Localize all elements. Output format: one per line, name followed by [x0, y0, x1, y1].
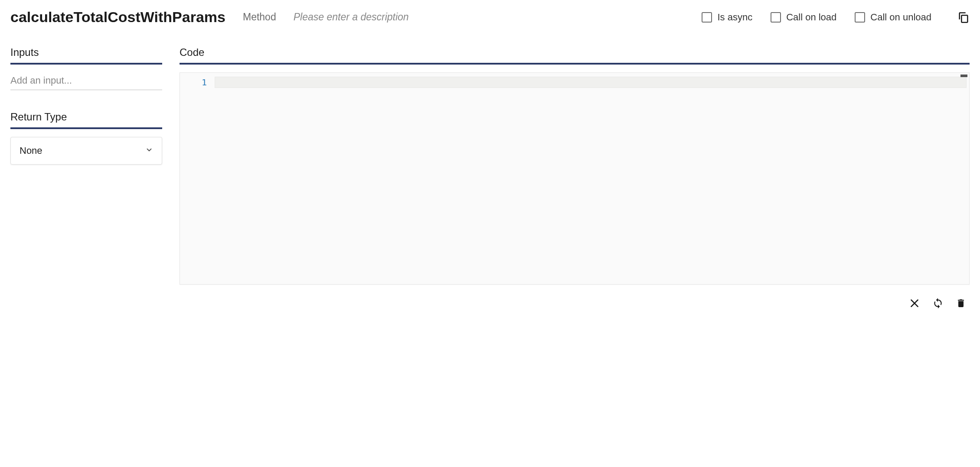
- copy-button[interactable]: [957, 11, 970, 23]
- method-name: calculateTotalCostWithParams: [10, 9, 225, 26]
- call-on-load-checkbox[interactable]: Call on load: [771, 12, 836, 23]
- minimap-indicator: [960, 75, 967, 77]
- return-type-select[interactable]: None: [10, 137, 162, 165]
- delete-button[interactable]: [956, 298, 966, 309]
- call-on-unload-label: Call on unload: [870, 12, 931, 23]
- close-icon: [909, 298, 920, 309]
- checkbox-box-icon: [702, 12, 712, 23]
- left-panel: Inputs Return Type None: [10, 46, 162, 309]
- checkbox-box-icon: [771, 12, 781, 23]
- main-layout: Inputs Return Type None Code 1: [10, 46, 970, 309]
- code-editor[interactable]: 1: [180, 72, 970, 285]
- code-area[interactable]: [215, 73, 969, 284]
- method-header: calculateTotalCostWithParams Method Is a…: [10, 9, 970, 26]
- call-on-load-label: Call on load: [786, 12, 836, 23]
- return-type-value: None: [20, 145, 42, 156]
- method-type-label: Method: [243, 11, 276, 23]
- chevron-down-icon: [145, 145, 153, 156]
- call-on-unload-checkbox[interactable]: Call on unload: [855, 12, 931, 23]
- close-button[interactable]: [909, 298, 920, 309]
- checkbox-box-icon: [855, 12, 865, 23]
- inputs-section-title: Inputs: [10, 46, 162, 65]
- trash-icon: [956, 298, 966, 309]
- refresh-button[interactable]: [932, 298, 944, 309]
- refresh-icon: [932, 298, 944, 309]
- line-number: 1: [180, 77, 207, 88]
- footer-actions: [180, 298, 970, 309]
- code-section-title: Code: [180, 46, 970, 65]
- current-line-highlight: [215, 77, 967, 88]
- svg-rect-0: [961, 15, 967, 22]
- right-panel: Code 1: [180, 46, 970, 309]
- return-type-title: Return Type: [10, 111, 162, 129]
- code-gutter: 1: [180, 73, 215, 284]
- checkbox-group: Is async Call on load Call on unload: [702, 11, 970, 23]
- description-input[interactable]: [294, 11, 685, 23]
- is-async-checkbox[interactable]: Is async: [702, 12, 752, 23]
- return-type-section: Return Type None: [10, 111, 162, 165]
- add-input-field[interactable]: [10, 72, 162, 90]
- is-async-label: Is async: [717, 12, 752, 23]
- copy-icon: [957, 11, 970, 24]
